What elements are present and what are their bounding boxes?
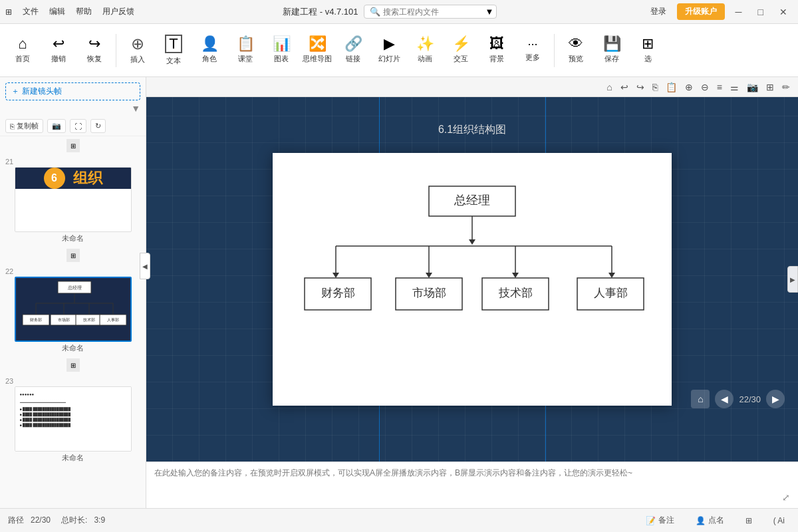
close-button[interactable]: ✕ [774, 4, 793, 20]
tool-select[interactable]: ⊞ 选 [630, 27, 665, 74]
tool-slide-label: 幻灯片 [378, 54, 400, 64]
sidebar-toggle-button[interactable]: ◀ [140, 253, 150, 279]
save-icon: 💾 [603, 37, 621, 51]
canvas-toolbar: ⌂ ↩ ↪ ⎘ 📋 ⊕ ⊖ ≡ ⚌ 📷 ⊞ ✏ [146, 77, 798, 97]
ai-status-button[interactable]: ( Ai [768, 515, 790, 527]
statusbar-left: 路径 22/30 总时长: 3:9 [8, 515, 105, 526]
tool-more[interactable]: ··· 更多 [515, 27, 550, 74]
menu-feedback[interactable]: 用户反馈 [102, 6, 134, 17]
org-chart-svg: 总经理 [286, 173, 658, 386]
tool-slide[interactable]: ▶ 幻灯片 [372, 27, 406, 74]
slide-item-21[interactable]: 21 6 组织 未命名 [3, 158, 143, 243]
fullscreen-button[interactable]: ⛶ [70, 119, 86, 133]
redo-icon: ↪ [88, 37, 100, 51]
expand-icon-mid[interactable]: ⊞ [66, 249, 80, 262]
tool-insert[interactable]: ⊕ 插入 [120, 27, 155, 74]
new-frame-button[interactable]: ＋ 新建镜头帧 [5, 82, 140, 100]
tool-chart[interactable]: 📊 图表 [264, 27, 299, 74]
prev-page-button[interactable]: ◀ [715, 390, 733, 408]
tool-animate[interactable]: ✨ 动画 [408, 27, 442, 74]
slide-item-23[interactable]: 23 ●●●●●● ━━━━━━━━━━━━━━━━━━━━━━━ ■ ████… [3, 377, 143, 463]
next-page-button[interactable]: ▶ [766, 390, 785, 408]
notes-expand-icon[interactable]: ⤢ [782, 492, 790, 503]
bg-icon: 🖼 [489, 37, 504, 51]
svg-marker-26 [512, 273, 519, 278]
expand-icon-bottom[interactable]: ⊞ [66, 358, 80, 372]
canvas-undo-icon[interactable]: ↩ [618, 80, 631, 94]
undo-icon: ↩ [53, 37, 65, 51]
canvas-zoomin-icon[interactable]: ⊕ [682, 80, 696, 94]
refresh-button[interactable]: ↻ [90, 119, 106, 133]
tool-bg[interactable]: 🖼 背景 [479, 27, 514, 74]
tool-save[interactable]: 💾 保存 [595, 27, 629, 74]
svg-text:人事部: 人事部 [107, 317, 119, 322]
titlebar-right: 登录 升级账户 ─ □ ✕ [645, 3, 793, 20]
tool-home[interactable]: ⌂ 首页 [5, 27, 40, 74]
slide-content[interactable]: 6.1组织结构图 总经理 [273, 153, 672, 406]
tool-undo[interactable]: ↩ 撤销 [41, 27, 76, 74]
tool-link[interactable]: 🔗 链接 [336, 27, 370, 74]
svg-text:市场部: 市场部 [412, 287, 446, 299]
canvas-grid-icon[interactable]: ⊞ [763, 80, 777, 94]
canvas-home-icon[interactable]: ⌂ [604, 80, 614, 94]
roll-call-button[interactable]: 👤 点名 [690, 513, 730, 527]
slide-thumbnail-22[interactable]: 总经理 财务部 市场部 [15, 277, 132, 342]
new-frame-label: 新建镜头帧 [22, 86, 62, 97]
path-label: 路径 22/30 [8, 515, 51, 526]
svg-text:财务部: 财务部 [321, 287, 355, 299]
slide-num-22: 22 [3, 267, 143, 275]
upgrade-button[interactable]: 升级账户 [677, 3, 725, 20]
search-icon: 🔍 [370, 7, 380, 17]
more-icon: ··· [527, 38, 537, 50]
menu-help[interactable]: 帮助 [76, 6, 92, 17]
notes-status-button[interactable]: 📝 备注 [640, 513, 680, 527]
notes-area[interactable]: ⤢ [146, 462, 798, 508]
tool-preview-label: 预览 [569, 54, 583, 64]
login-button[interactable]: 登录 [645, 4, 672, 19]
canvas-copy-icon[interactable]: ⎘ [650, 80, 660, 94]
canvas-edit-icon[interactable]: ✏ [779, 80, 793, 94]
canvas-paste-icon[interactable]: 📋 [663, 80, 680, 94]
expand-status-button[interactable]: ⊞ [740, 515, 757, 527]
tool-select-label: 选 [644, 54, 652, 64]
svg-text:总经理: 总经理 [454, 194, 490, 207]
canvas-align-icon[interactable]: ≡ [714, 80, 725, 94]
right-panel-toggle[interactable]: ▶ [787, 266, 798, 293]
slide-num-21: 21 [3, 158, 143, 166]
slide-item-22[interactable]: 22 总经理 [3, 267, 143, 353]
tool-insert-label: 插入 [130, 55, 145, 65]
search-input[interactable] [383, 7, 483, 17]
canvas-distribute-icon[interactable]: ⚌ [728, 80, 741, 94]
search-dropdown-icon[interactable]: ▼ [485, 7, 494, 17]
minimize-button[interactable]: ─ [730, 4, 747, 20]
tool-text[interactable]: T 文本 [156, 27, 191, 74]
canvas-zoomout-icon[interactable]: ⊖ [698, 80, 712, 94]
tool-role[interactable]: 👤 角色 [192, 27, 227, 74]
tool-mindmap[interactable]: 🔀 思维导图 [300, 27, 334, 74]
tool-redo[interactable]: ↪ 恢复 [77, 27, 112, 74]
svg-text:市场部: 市场部 [58, 317, 70, 322]
slide-icon: ▶ [384, 37, 395, 51]
tool-class[interactable]: 📋 课堂 [228, 27, 263, 74]
camera-button[interactable]: 📷 [47, 119, 66, 133]
sidebar-scroll-down-icon[interactable]: ▼ [131, 103, 140, 114]
canvas-redo-icon[interactable]: ↪ [634, 80, 647, 94]
notes-textarea[interactable] [154, 467, 790, 503]
expand-status-icon: ⊞ [745, 516, 752, 525]
slide-canvas[interactable]: 22 6.1组织结构图 总经理 [146, 97, 798, 462]
search-box[interactable]: 🔍 ▼ [364, 5, 497, 19]
menu-edit[interactable]: 编辑 [49, 6, 65, 17]
slide22-preview: 总经理 财务部 市场部 [16, 278, 132, 342]
slide-thumbnail-21[interactable]: 6 组织 [15, 167, 132, 232]
refresh-icon: ↻ [95, 122, 101, 130]
main-content: ＋ 新建镜头帧 ▼ ⎘ 复制帧 📷 ⛶ ↻ [0, 77, 798, 508]
slide-thumbnail-23[interactable]: ●●●●●● ━━━━━━━━━━━━━━━━━━━━━━━ ■ ████ ██… [15, 386, 132, 452]
tool-preview[interactable]: 👁 预览 [559, 27, 593, 74]
expand-icon-top[interactable]: ⊞ [66, 139, 80, 152]
maximize-button[interactable]: □ [753, 4, 769, 20]
copy-frame-button[interactable]: ⎘ 复制帧 [5, 119, 43, 133]
page-home-button[interactable]: ⌂ [691, 390, 710, 408]
tool-interact[interactable]: ⚡ 交互 [444, 27, 478, 74]
menu-file[interactable]: 文件 [23, 6, 39, 17]
canvas-camera-icon[interactable]: 📷 [744, 80, 761, 94]
